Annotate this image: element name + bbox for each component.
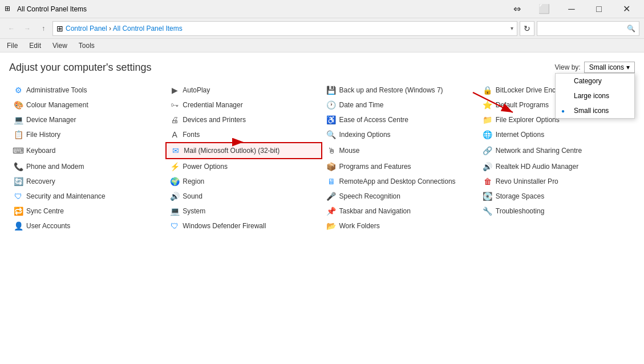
control-item-keyboard[interactable]: ⌨Keyboard [9, 142, 165, 159]
menu-edit[interactable]: Edit [27, 41, 43, 51]
item-icon: 🔍 [327, 130, 336, 139]
up-button[interactable]: ↑ [37, 22, 50, 35]
item-icon: 🔒 [483, 86, 492, 95]
back-button[interactable]: ← [5, 22, 18, 35]
control-item-phone-and-modem[interactable]: 📞Phone and Modem [9, 159, 165, 174]
item-label: RemoteApp and Desktop Connections [339, 177, 456, 185]
address-dropdown-arrow[interactable]: ▾ [511, 25, 513, 31]
control-item-date-and-time[interactable]: 🕐Date and Time [322, 98, 479, 112]
control-item-recovery[interactable]: 🔄Recovery [9, 174, 165, 189]
extra-btn-1[interactable]: ⇔ [504, 0, 530, 18]
item-icon: 💽 [483, 192, 492, 201]
control-item-power-options[interactable]: ⚡Power Options [165, 159, 322, 174]
item-label: Internet Options [496, 131, 544, 139]
control-item-administrative-tools[interactable]: ⚙Administrative Tools [9, 83, 165, 98]
control-item-security-and-maintenance[interactable]: 🛡Security and Maintenance [9, 189, 165, 204]
menu-tools[interactable]: Tools [76, 41, 97, 51]
extra-btn-2[interactable]: ⬜ [531, 0, 557, 18]
item-label: Power Options [183, 163, 228, 171]
item-icon: 🔗 [483, 146, 492, 155]
restore-button[interactable]: □ [586, 0, 612, 18]
control-item-region[interactable]: 🌍Region [165, 174, 322, 189]
dropdown-label-category: Category [574, 77, 602, 85]
item-label: Security and Maintenance [26, 192, 106, 200]
refresh-button[interactable]: ↻ [520, 21, 534, 36]
item-icon: 🌍 [170, 177, 179, 186]
item-label: Date and Time [339, 101, 384, 109]
item-label: Back up and Restore (Windows 7) [339, 86, 443, 94]
search-input[interactable] [541, 25, 627, 33]
minimize-button[interactable]: ─ [558, 0, 585, 18]
dropdown-item-category[interactable]: Category [556, 74, 634, 88]
item-icon: 🛡 [14, 192, 23, 201]
view-dropdown-button[interactable]: Small icons ▾ [584, 62, 635, 73]
item-label: Keyboard [26, 147, 55, 155]
item-icon: A [170, 130, 179, 139]
close-button[interactable]: ✕ [613, 0, 639, 18]
view-dropdown-menu: Category Large icons Small icons [555, 73, 635, 119]
control-item-windows-defender-firewall[interactable]: 🛡Windows Defender Firewall [165, 219, 322, 233]
dropdown-label-small-icons: Small icons [574, 107, 609, 115]
item-icon: 👤 [14, 221, 23, 230]
control-item-work-folders[interactable]: 📂Work Folders [322, 219, 479, 233]
item-label: Default Programs [496, 101, 549, 109]
control-item-colour-management[interactable]: 🎨Colour Management [9, 98, 165, 112]
menu-view[interactable]: View [50, 41, 70, 51]
dropdown-item-small-icons[interactable]: Small icons [556, 103, 634, 118]
item-icon: 💾 [327, 86, 336, 95]
control-item-ease-of-access-centre[interactable]: ♿Ease of Access Centre [322, 112, 479, 127]
control-item-taskbar-and-navigation[interactable]: 📌Taskbar and Navigation [322, 204, 479, 219]
control-item-system[interactable]: 💻System [165, 204, 322, 219]
control-item-device-manager[interactable]: 💻Device Manager [9, 112, 165, 127]
control-item-realtek-hd-audio-manager[interactable]: 🔊Realtek HD Audio Manager [479, 159, 635, 174]
item-icon: 🕐 [327, 100, 336, 110]
item-icon: 🖥 [327, 177, 336, 186]
control-item-autoplay[interactable]: ▶AutoPlay [165, 83, 322, 98]
control-item-credential-manager[interactable]: 🗝Credential Manager [165, 98, 322, 112]
control-item-troubleshooting[interactable]: 🔧Troubleshooting [479, 204, 635, 219]
control-item-revo-uninstaller-pro[interactable]: 🗑Revo Uninstaller Pro [479, 174, 635, 189]
control-item-fonts[interactable]: AFonts [165, 127, 322, 142]
item-label: Recovery [26, 177, 55, 185]
breadcrumb-control-panel[interactable]: Control Panel [66, 25, 107, 33]
forward-button[interactable]: → [21, 22, 34, 35]
control-item-speech-recognition[interactable]: 🎤Speech Recognition [322, 189, 479, 204]
item-icon: 🎤 [327, 192, 336, 201]
control-item-sync-centre[interactable]: 🔁Sync Centre [9, 204, 165, 219]
breadcrumb-all-items[interactable]: All Control Panel Items [113, 25, 183, 33]
item-label: Region [183, 177, 204, 185]
page-title: Adjust your computer's settings [9, 62, 635, 74]
item-label: AutoPlay [183, 86, 210, 94]
item-label: Sound [183, 192, 202, 200]
control-item-programs-and-features[interactable]: 📦Programs and Features [322, 159, 479, 174]
address-box[interactable]: ⊞ Control Panel › All Control Panel Item… [52, 21, 517, 36]
dropdown-label-large-icons: Large icons [574, 92, 609, 100]
control-item-devices-and-printers[interactable]: 🖨Devices and Printers [165, 112, 322, 127]
item-icon: 🎨 [14, 100, 23, 110]
menu-file[interactable]: File [5, 41, 20, 51]
item-icon: 🛡 [170, 221, 179, 230]
menu-bar: File Edit View Tools [0, 39, 644, 52]
item-icon: 🔊 [483, 162, 492, 171]
window-title: All Control Panel Items [17, 5, 504, 13]
control-item-remoteapp-and-desktop-connections[interactable]: 🖥RemoteApp and Desktop Connections [322, 174, 479, 189]
control-item-storage-spaces[interactable]: 💽Storage Spaces [479, 189, 635, 204]
control-item-mail--microsoft-outlook---32-bit-[interactable]: ✉Mail (Microsoft Outlook) (32-bit) [165, 142, 322, 159]
control-item-user-accounts[interactable]: 👤User Accounts [9, 219, 165, 233]
view-by-label: View by: [555, 63, 581, 71]
control-item-back-up-and-restore--windows-7-[interactable]: 💾Back up and Restore (Windows 7) [322, 83, 479, 98]
control-item-internet-options[interactable]: 🌐Internet Options [479, 127, 635, 142]
item-icon: ♿ [327, 115, 336, 124]
search-box[interactable]: 🔍 [537, 21, 639, 36]
control-item-file-history[interactable]: 📋File History [9, 127, 165, 142]
control-item-sound[interactable]: 🔊Sound [165, 189, 322, 204]
item-label: Sync Centre [26, 207, 64, 215]
item-label: Administrative Tools [26, 86, 87, 94]
window-controls: ⇔ ⬜ ─ □ ✕ [504, 0, 639, 18]
control-item-mouse[interactable]: 🖱Mouse [322, 142, 479, 159]
item-icon: 🔁 [14, 207, 23, 216]
dropdown-item-large-icons[interactable]: Large icons [556, 88, 634, 103]
control-item-indexing-options[interactable]: 🔍Indexing Options [322, 127, 479, 142]
window-icon: ⊞ [5, 5, 14, 14]
control-item-network-and-sharing-centre[interactable]: 🔗Network and Sharing Centre [479, 142, 635, 159]
